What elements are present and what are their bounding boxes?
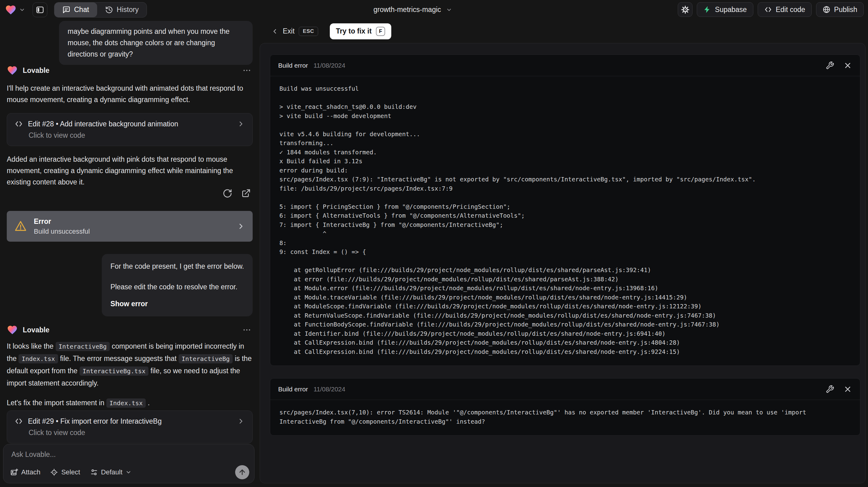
supabase-bolt-icon	[703, 5, 711, 13]
tab-history-label: History	[117, 5, 139, 14]
message-actions	[222, 188, 251, 198]
build-error-header: Build error 11/08/2024	[270, 55, 860, 76]
inline-code: InteractiveBg	[56, 342, 110, 351]
more-menu-icon[interactable]	[242, 325, 251, 335]
tab-history[interactable]: History	[97, 2, 147, 17]
assistant-summary-text: Added an interactive background with pin…	[7, 154, 252, 188]
user-error-message: For the code present, I get the error be…	[102, 254, 253, 316]
toggle-sidebar-button[interactable]	[33, 2, 47, 17]
user-error-line1: For the code present, I get the error be…	[110, 261, 244, 272]
topbar-actions: Supabase Edit code Publish	[678, 2, 864, 17]
try-to-fix-button[interactable]: Try to fix it F	[330, 23, 391, 39]
code-brackets-icon	[14, 120, 23, 128]
supabase-label: Supabase	[715, 5, 747, 14]
chevron-down-icon	[125, 469, 131, 475]
select-element-button[interactable]: Select	[50, 468, 80, 476]
wrench-icon[interactable]	[826, 61, 834, 70]
chat-panel: maybe diagramming points and when you mo…	[0, 19, 258, 487]
supabase-button[interactable]: Supabase	[697, 2, 753, 17]
attach-label: Attach	[21, 468, 40, 476]
image-plus-icon	[10, 468, 18, 476]
history-icon	[105, 6, 113, 14]
chevron-right-icon	[237, 222, 245, 231]
show-error-link[interactable]: Show error	[110, 298, 244, 310]
mode-label: Default	[101, 468, 123, 476]
open-external-icon[interactable]	[241, 188, 251, 198]
edit-code-label: Edit code	[776, 5, 805, 14]
send-button[interactable]	[235, 465, 249, 479]
publish-button[interactable]: Publish	[816, 2, 864, 17]
build-error-title: Build error	[278, 386, 308, 393]
assistant-intro-text: I'll help create an interactive backgrou…	[7, 83, 252, 105]
build-error-date: 11/08/2024	[313, 386, 345, 393]
tab-chat-label: Chat	[74, 5, 89, 14]
publish-label: Publish	[834, 5, 857, 14]
assistant-header: Lovable	[7, 65, 251, 76]
edit-28-card[interactable]: Edit #28 • Add interactive background an…	[7, 113, 253, 146]
exit-label: Exit	[283, 27, 294, 35]
assistant-name: Lovable	[23, 326, 50, 334]
edit-28-subtitle: Click to view code	[29, 131, 245, 140]
build-error-card-2: Build error 11/08/2024 src/pages/Index.t…	[270, 378, 860, 436]
inline-code: Index.tsx	[106, 398, 146, 408]
build-error-date: 11/08/2024	[313, 62, 345, 69]
inline-code: InteractiveBg.tsx	[80, 366, 149, 376]
project-switcher[interactable]: growth-metrics-magic	[373, 0, 452, 19]
panel-left-icon	[36, 5, 44, 14]
assistant-header: Lovable	[7, 324, 251, 335]
build-error-title: Build error	[278, 62, 308, 69]
arrow-up-icon	[238, 468, 246, 476]
tab-chat[interactable]: Chat	[54, 2, 97, 17]
target-icon	[50, 468, 58, 476]
wrench-icon[interactable]	[826, 385, 834, 394]
user-error-line2: Please edit the code to resolve the erro…	[110, 281, 244, 293]
chevron-left-icon	[271, 28, 278, 35]
sliders-icon	[90, 468, 98, 476]
user-message-text: maybe diagramming points and when you mo…	[68, 27, 229, 58]
mode-selector[interactable]: Default	[90, 468, 132, 476]
chat-bubble-icon	[62, 6, 70, 14]
build-error-body: Build was unsuccessful > vite_react_shad…	[270, 76, 860, 366]
error-banner[interactable]: Error Build unsuccessful	[7, 211, 253, 242]
assistant-fix-text: It looks like the InteractiveBg componen…	[7, 340, 252, 389]
error-banner-title: Error	[34, 217, 230, 226]
chat-input[interactable]	[11, 450, 246, 464]
error-banner-subtitle: Build unsuccessful	[34, 227, 230, 236]
code-brackets-icon	[14, 417, 23, 426]
preview-panel: Exit ESC Try to fix it F Build error 11/…	[258, 19, 868, 487]
lovable-logo-menu[interactable]	[5, 4, 25, 16]
globe-icon	[823, 5, 831, 13]
edit-29-card[interactable]: Edit #29 • Fix import error for Interact…	[7, 410, 253, 443]
assistant-fix-text-2: Let's fix the import statement in Index.…	[7, 397, 252, 409]
code-brackets-icon	[764, 5, 772, 13]
edit-29-title: Edit #29 • Fix import error for Interact…	[28, 417, 232, 426]
edit-code-button[interactable]: Edit code	[758, 2, 812, 17]
build-error-card-1: Build error 11/08/2024 Build was unsucce…	[270, 54, 860, 366]
settings-button[interactable]	[678, 2, 692, 17]
inline-code: InteractiveBg	[179, 354, 233, 363]
close-icon[interactable]	[843, 61, 852, 70]
project-title: growth-metrics-magic	[373, 5, 441, 14]
edit-29-subtitle: Click to view code	[29, 429, 245, 437]
restore-icon[interactable]	[222, 188, 232, 198]
user-message: maybe diagramming points and when you mo…	[59, 21, 253, 65]
gear-icon	[681, 5, 689, 14]
close-icon[interactable]	[843, 385, 852, 394]
build-error-header: Build error 11/08/2024	[270, 378, 860, 400]
chevron-down-icon	[446, 7, 452, 13]
assistant-name: Lovable	[23, 66, 50, 75]
try-to-fix-label: Try to fix it	[336, 27, 372, 35]
chevron-down-icon	[19, 7, 25, 13]
build-error-log: Build was unsuccessful > vite_react_shad…	[279, 84, 851, 356]
f-key-badge: F	[376, 27, 385, 36]
chevron-right-icon	[237, 120, 245, 128]
more-menu-icon[interactable]	[242, 66, 251, 75]
chat-input-box: Attach Select Default	[3, 444, 254, 483]
preview-topbar: Exit ESC Try to fix it F	[258, 19, 868, 43]
chat-input-toolbar: Attach Select Default	[10, 465, 249, 479]
lovable-heart-icon	[5, 4, 17, 16]
lovable-heart-icon	[7, 324, 18, 335]
topbar: Chat History growth-metrics-magic Supaba…	[0, 0, 868, 19]
exit-button[interactable]: Exit ESC	[271, 27, 318, 36]
attach-button[interactable]: Attach	[10, 468, 40, 476]
